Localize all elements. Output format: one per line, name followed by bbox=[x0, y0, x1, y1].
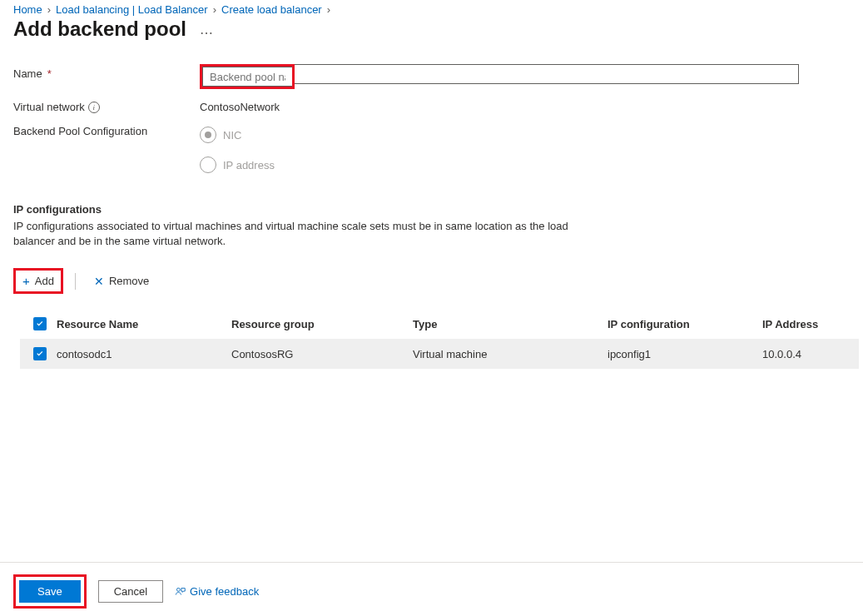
page-title: Add backend pool bbox=[13, 17, 186, 41]
give-feedback-link[interactable]: Give feedback bbox=[175, 585, 259, 598]
col-header-resource-group[interactable]: Resource group bbox=[231, 318, 413, 330]
backend-pool-name-input[interactable] bbox=[202, 67, 292, 87]
table-row[interactable]: contosodc1 ContososRG Virtual machine ip… bbox=[20, 339, 859, 369]
backend-pool-config-label: Backend Pool Configuration bbox=[13, 125, 147, 137]
cell-type: Virtual machine bbox=[413, 348, 608, 360]
give-feedback-label: Give feedback bbox=[190, 585, 259, 598]
remove-button[interactable]: ✕ Remove bbox=[87, 271, 156, 291]
grid-header-row: Resource Name Resource group Type IP con… bbox=[20, 309, 859, 339]
plus-icon: + bbox=[22, 275, 30, 287]
add-button[interactable]: + Add bbox=[16, 271, 61, 291]
breadcrumb-home[interactable]: Home bbox=[13, 3, 42, 16]
cancel-button[interactable]: Cancel bbox=[98, 580, 163, 603]
breadcrumb-load-balancing[interactable]: Load balancing | Load Balancer bbox=[56, 3, 208, 16]
col-header-ip-address[interactable]: IP Address bbox=[762, 318, 856, 330]
check-icon bbox=[35, 319, 45, 329]
radio-ip-label: IP address bbox=[223, 159, 275, 171]
remove-button-label: Remove bbox=[109, 275, 149, 287]
col-header-ip-config[interactable]: IP configuration bbox=[608, 318, 762, 330]
radio-nic[interactable]: NIC bbox=[200, 122, 799, 143]
feedback-icon bbox=[175, 586, 186, 598]
highlight-add-button: + Add bbox=[13, 268, 63, 294]
chevron-right-icon: › bbox=[327, 3, 330, 16]
col-header-type[interactable]: Type bbox=[413, 318, 608, 330]
radio-ip-address[interactable]: IP address bbox=[200, 152, 799, 173]
radio-icon bbox=[200, 156, 216, 173]
backend-pool-name-input-ext[interactable] bbox=[295, 64, 799, 84]
ip-configurations-heading: IP configurations bbox=[13, 203, 850, 216]
virtual-network-value: ContosoNetwork bbox=[200, 97, 799, 113]
chevron-right-icon: › bbox=[47, 3, 51, 16]
highlight-save-button: Save bbox=[13, 574, 87, 609]
toolbar-divider bbox=[75, 273, 76, 290]
ip-config-grid: Resource Name Resource group Type IP con… bbox=[20, 309, 859, 369]
row-checkbox[interactable] bbox=[33, 347, 47, 360]
breadcrumb-create-lb[interactable]: Create load balancer bbox=[221, 3, 322, 16]
virtual-network-label: Virtual network bbox=[13, 101, 85, 113]
col-header-resource-name[interactable]: Resource Name bbox=[57, 318, 231, 330]
cell-ip-address: 10.0.0.4 bbox=[762, 348, 856, 360]
check-icon bbox=[35, 349, 45, 359]
svg-point-0 bbox=[177, 588, 181, 591]
radio-icon bbox=[200, 127, 216, 143]
info-icon[interactable]: i bbox=[88, 102, 100, 113]
cell-resource-group: ContososRG bbox=[231, 348, 413, 360]
ip-configurations-description: IP configurations associated to virtual … bbox=[13, 219, 613, 248]
select-all-checkbox[interactable] bbox=[33, 317, 47, 330]
footer-bar: Save Cancel Give feedback bbox=[0, 562, 863, 616]
breadcrumb: Home › Load balancing | Load Balancer › … bbox=[0, 0, 863, 17]
more-actions-button[interactable]: ⋯ bbox=[200, 18, 214, 41]
add-button-label: Add bbox=[35, 275, 54, 287]
chevron-right-icon: › bbox=[213, 3, 216, 16]
close-icon: ✕ bbox=[94, 276, 104, 287]
save-button[interactable]: Save bbox=[19, 580, 81, 603]
highlight-name-input bbox=[200, 64, 295, 89]
cell-resource-name: contosodc1 bbox=[57, 348, 231, 360]
required-indicator: * bbox=[47, 67, 52, 80]
name-label: Name bbox=[13, 67, 42, 80]
radio-nic-label: NIC bbox=[223, 129, 241, 142]
cell-ip-config: ipconfig1 bbox=[608, 348, 762, 360]
